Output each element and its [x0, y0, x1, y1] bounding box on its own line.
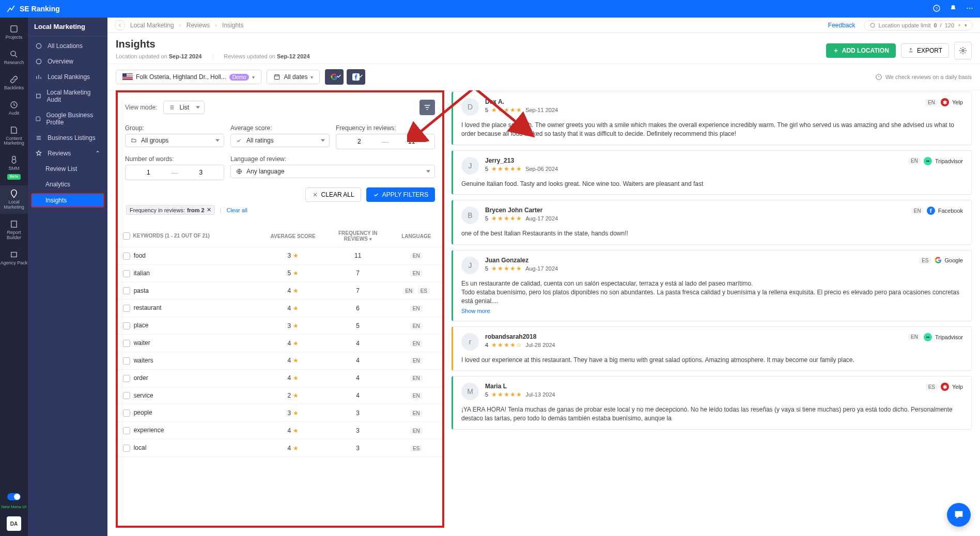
lang-select[interactable]: Any language [230, 165, 435, 178]
star-rating: ★★★★★ [491, 215, 522, 222]
table-row[interactable]: order 4 ★ 4 EN [118, 369, 442, 387]
railnav-backlinks[interactable]: Backlinks [0, 71, 28, 94]
nav-local-rankings[interactable]: Local Rankings [28, 69, 107, 85]
table-row[interactable]: place 3 ★ 5 EN [118, 317, 442, 335]
nav-review-list[interactable]: Review List [28, 161, 107, 177]
table-row[interactable]: people 3 ★ 3 EN [118, 404, 442, 422]
chevron-down-icon: ▾ [965, 23, 967, 28]
user-avatar[interactable]: DA [7, 516, 21, 531]
more-icon[interactable] [966, 4, 974, 14]
railnav-content[interactable]: Content Marketing [0, 122, 28, 150]
location-limit[interactable]: Location update limit 0/120 ▾ [864, 20, 973, 30]
table-row[interactable]: waiter 4 ★ 4 EN [118, 335, 442, 352]
words-from[interactable] [126, 169, 172, 176]
table-row[interactable]: local 4 ★ 3 ES [118, 439, 442, 457]
review-source: ES Google [919, 257, 963, 264]
row-checkbox[interactable] [123, 445, 130, 452]
export-button[interactable]: EXPORT [901, 43, 949, 58]
row-checkbox[interactable] [123, 322, 130, 329]
table-row[interactable]: food 3 ★ 11 EN [118, 247, 442, 265]
filter-toggle-button[interactable] [419, 100, 435, 115]
svg-point-6 [11, 51, 15, 56]
reviewer-name: Maria L [485, 383, 920, 390]
freq-range[interactable]: — [336, 134, 435, 149]
table-row[interactable]: italian 5 ★ 7 EN [118, 264, 442, 282]
date-filter[interactable]: All dates ▾ [267, 70, 320, 84]
breadcrumb[interactable]: Local Marketing [130, 22, 174, 29]
nav-local-audit[interactable]: Local Marketing Audit [28, 85, 107, 107]
railnav-smm[interactable]: SMMBeta [0, 152, 28, 183]
row-checkbox[interactable] [123, 427, 130, 434]
row-checkbox[interactable] [123, 409, 130, 417]
select-all-checkbox[interactable] [123, 232, 130, 240]
show-more-link[interactable]: Show more [461, 308, 490, 314]
row-checkbox[interactable] [123, 253, 130, 260]
group-select[interactable]: All groups [125, 134, 224, 147]
railnav-audit[interactable]: Audit [0, 97, 28, 120]
table-row[interactable]: restaurant 4 ★ 6 EN [118, 299, 442, 317]
reviewer-avatar: J [461, 157, 479, 175]
help-icon[interactable]: ? [932, 4, 941, 14]
review-card: J Jerry_213 5 ★★★★★ Sep-06 2024 EN Tripa… [452, 150, 972, 195]
freq-from[interactable] [336, 138, 382, 145]
nav-biz-listings[interactable]: Business Listings [28, 130, 107, 146]
review-card: J Juan Gonzalez 5 ★★★★★ Aug-17 2024 ES G… [452, 250, 972, 321]
viewmode-select[interactable]: List [163, 101, 205, 114]
list-icon [169, 104, 175, 111]
table-row[interactable]: waiters 4 ★ 4 EN [118, 352, 442, 369]
row-checkbox[interactable] [123, 392, 130, 399]
chevron-down-icon[interactable]: ▾ [369, 237, 372, 242]
review-body: ¡YA ERA HORA! Tenía muchas de ganas de p… [461, 405, 963, 423]
freq-to[interactable] [389, 138, 435, 145]
row-checkbox[interactable] [123, 270, 130, 277]
location-picker[interactable]: Folk Osteria, Highland Dr., Holl... Demo… [116, 70, 261, 84]
nav-analytics[interactable]: Analytics [28, 177, 107, 192]
nav-all-locations[interactable]: All Locations [28, 38, 107, 54]
brand-logo[interactable]: SE Ranking [6, 4, 60, 13]
settings-button[interactable] [954, 42, 972, 59]
table-row[interactable]: pasta 4 ★ 7 EN ES [118, 282, 442, 299]
row-checkbox[interactable] [123, 340, 130, 347]
row-checkbox[interactable] [123, 375, 130, 382]
star-rating: ★★★★☆ [491, 341, 522, 349]
avg-score-select[interactable]: All ratings [230, 134, 330, 147]
breadcrumb[interactable]: Reviews [186, 22, 210, 29]
railnav-local[interactable]: Local Marketing [0, 185, 28, 214]
feedback-link[interactable]: Feedback [828, 22, 855, 29]
words-to[interactable] [178, 169, 224, 176]
row-checkbox[interactable] [123, 357, 130, 365]
railnav-research[interactable]: Research [0, 46, 28, 69]
back-button[interactable] [115, 20, 125, 30]
railnav-projects[interactable]: Projects [0, 21, 28, 44]
table-row[interactable]: service 2 ★ 4 EN [118, 387, 442, 404]
nav-insights[interactable]: Insights [31, 193, 104, 208]
google-source-toggle[interactable] [325, 69, 344, 85]
new-menu-toggle[interactable] [7, 493, 21, 500]
facebook-source-toggle[interactable] [347, 69, 365, 85]
add-location-button[interactable]: ADD LOCATION [826, 43, 896, 58]
nav-gbp[interactable]: Google Business Profile [28, 107, 107, 130]
clear-all-link[interactable]: Clear all [226, 207, 247, 213]
nav-reviews[interactable]: Reviews⌃ [28, 146, 107, 161]
us-flag-icon [122, 73, 133, 81]
page-title: Insights [116, 38, 310, 50]
calendar-icon [273, 73, 281, 81]
nav-overview[interactable]: Overview [28, 54, 107, 69]
review-body: Es un restaurante de calidad, cuenta con… [461, 279, 963, 305]
row-checkbox[interactable] [123, 305, 130, 312]
row-checkbox[interactable] [123, 287, 130, 294]
apply-filters-button[interactable]: APPLY FILTERS [366, 187, 435, 202]
demo-badge: Demo [229, 74, 250, 81]
table-row[interactable]: experience 4 ★ 3 EN [118, 422, 442, 439]
yelp-icon: ✱ [941, 383, 949, 391]
clear-all-button[interactable]: CLEAR ALL [305, 187, 361, 202]
words-range[interactable]: — [125, 165, 224, 180]
chat-widget[interactable] [947, 503, 971, 527]
svg-point-21 [926, 336, 928, 338]
railnav-report[interactable]: Report Builder [0, 216, 28, 244]
svg-point-4 [972, 8, 973, 9]
railnav-agency[interactable]: Agency Pack [0, 246, 28, 270]
svg-point-2 [967, 8, 968, 9]
bell-icon[interactable] [949, 4, 957, 14]
chip-remove[interactable]: ✕ [207, 207, 211, 213]
